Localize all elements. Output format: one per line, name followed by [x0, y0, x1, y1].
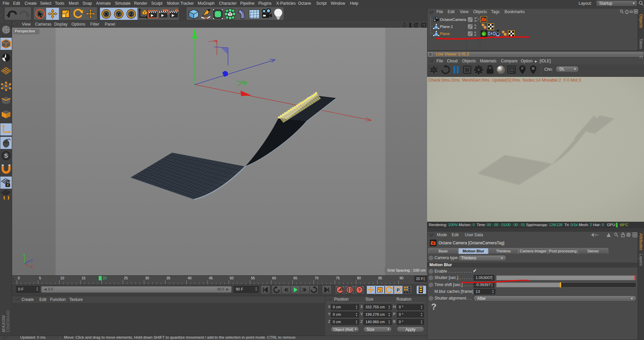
svg-text:90: 90: [399, 276, 404, 280]
svg-text:Y: Y: [23, 253, 25, 257]
svg-text:30: 30: [145, 276, 149, 280]
svg-text:Y: Y: [117, 11, 120, 17]
svg-text:35: 35: [166, 276, 170, 280]
svg-text:5: 5: [39, 276, 41, 280]
svg-text:80: 80: [357, 276, 361, 280]
svg-text:75: 75: [336, 276, 340, 280]
svg-text:F: F: [521, 66, 524, 70]
svg-text:X: X: [104, 11, 108, 17]
svg-text:10: 10: [60, 276, 64, 280]
svg-text:70: 70: [315, 276, 319, 280]
svg-text:Check:0ms./2ms. MeshGen:0ms. U: Check:0ms./2ms. MeshGen:0ms. Update[G]:0…: [428, 78, 581, 83]
svg-text:R: R: [465, 67, 469, 73]
svg-text:65: 65: [293, 276, 297, 280]
svg-text:Z: Z: [31, 259, 33, 262]
svg-text:40: 40: [188, 276, 192, 280]
svg-text:S: S: [4, 153, 8, 159]
svg-text:20: 20: [103, 276, 107, 280]
svg-text:P: P: [397, 287, 400, 292]
svg-text:60: 60: [272, 276, 276, 280]
svg-text:45: 45: [209, 276, 213, 280]
svg-text:M: M: [532, 67, 535, 70]
svg-text:Z: Z: [130, 11, 133, 17]
svg-text:Grid Spacing : 100 cm: Grid Spacing : 100 cm: [387, 268, 426, 272]
svg-text:55: 55: [251, 276, 255, 280]
svg-text:15: 15: [82, 276, 86, 280]
svg-text:X: X: [31, 265, 33, 269]
svg-text:25: 25: [124, 276, 128, 280]
svg-text:85: 85: [378, 276, 382, 280]
svg-text:?: ?: [358, 287, 361, 292]
svg-text:50: 50: [230, 276, 234, 280]
svg-text:0: 0: [18, 276, 20, 280]
